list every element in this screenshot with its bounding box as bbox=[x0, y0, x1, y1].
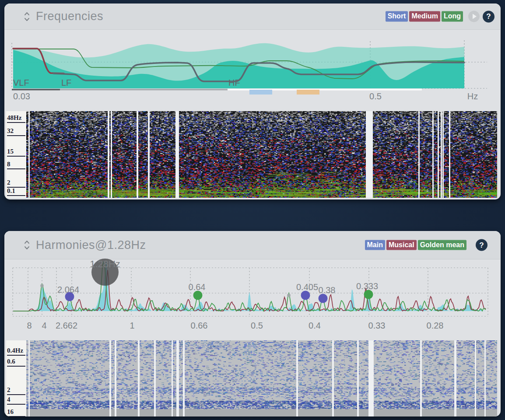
minor-peak-dot[interactable] bbox=[287, 294, 291, 297]
peak-label-0405: 0.405 bbox=[296, 282, 318, 292]
y-label-4: 4 bbox=[7, 396, 25, 405]
x-tick-mid: 0.5 bbox=[369, 91, 382, 101]
badge-golden-mean[interactable]: Golden mean bbox=[418, 240, 466, 250]
harmonies-x-ticks: 8 4 2.662 1 0.66 0.5 0.4 0.33 0.28 bbox=[27, 321, 443, 330]
y-label-0p1: 0.1 bbox=[7, 187, 25, 196]
y-label-0p4hz: 0.4Hz bbox=[7, 347, 25, 356]
x-tick: 0.28 bbox=[427, 321, 444, 330]
x-tick-start: 0.03 bbox=[13, 91, 30, 101]
help-button[interactable]: ? bbox=[483, 10, 494, 22]
y-label-0p6: 0.6 bbox=[7, 358, 25, 367]
x-tick: 2.662 bbox=[56, 321, 77, 330]
page-title: Harmonies@1.28Hz bbox=[36, 238, 146, 252]
play-icon bbox=[473, 14, 477, 19]
collapse-button[interactable] bbox=[24, 239, 30, 251]
badge-medium[interactable]: Medium bbox=[409, 11, 440, 21]
y-label-2: 2 bbox=[7, 386, 25, 395]
x-tick: 1 bbox=[130, 321, 134, 330]
y-label-8: 8 bbox=[7, 161, 25, 169]
badge-long[interactable]: Long bbox=[442, 11, 463, 21]
page-title: Frequencies bbox=[36, 10, 103, 23]
harmonies-header: Harmonies@1.28Hz Main Musical Golden mea… bbox=[4, 231, 501, 259]
x-tick: 8 bbox=[27, 321, 32, 330]
legend: Main Musical Golden mean ? bbox=[365, 239, 488, 251]
y-label-16: 16 bbox=[7, 408, 25, 416]
y-label-15: 15 bbox=[7, 148, 25, 157]
x-tick: 0.5 bbox=[251, 321, 263, 330]
peak-label-0333: 0.333 bbox=[356, 281, 378, 291]
harmonies-chart: 1.28Hz 2.064 0.64 0.405 0.38 0.333 8 4 2… bbox=[4, 260, 501, 337]
y-label-2: 2 bbox=[7, 179, 25, 188]
panel-frequencies: Frequencies Short Medium Long ? bbox=[4, 4, 501, 200]
lf-axis-bar bbox=[60, 89, 228, 91]
x-axis-unit: Hz bbox=[467, 91, 478, 101]
harmonies-markers: 1.28Hz 2.064 0.64 0.405 0.38 0.333 bbox=[40, 259, 378, 303]
badge-musical[interactable]: Musical bbox=[386, 240, 417, 250]
x-tick: 0.4 bbox=[309, 321, 321, 330]
panel-harmonies: Harmonies@1.28Hz Main Musical Golden mea… bbox=[4, 231, 501, 416]
play-button[interactable] bbox=[468, 11, 480, 22]
chevron-updown-icon bbox=[24, 10, 30, 23]
legend: Short Medium Long ? bbox=[386, 10, 494, 22]
peak-label-064: 0.64 bbox=[189, 282, 206, 292]
marker-dot-0333[interactable] bbox=[364, 290, 373, 299]
band-label-lf: LF bbox=[61, 78, 71, 88]
badge-main[interactable]: Main bbox=[365, 240, 385, 250]
marker-dot-0405[interactable] bbox=[301, 291, 310, 300]
peak-label-038: 0.38 bbox=[319, 285, 336, 295]
spectrogram-y-axis: 0.4Hz 0.6 2 4 16 bbox=[6, 340, 26, 416]
x-tick: 0.33 bbox=[368, 321, 386, 330]
frequencies-chart: VLF LF HF 0.03 0.5 Hz bbox=[4, 35, 501, 111]
frequencies-header: Frequencies Short Medium Long ? bbox=[4, 4, 501, 30]
band-label-vlf: VLF bbox=[13, 78, 29, 88]
badge-short[interactable]: Short bbox=[386, 11, 408, 21]
marker-dot-064[interactable] bbox=[193, 291, 203, 300]
frequencies-spectrogram: 48Hz 32 15 8 2 0.1 bbox=[4, 111, 501, 198]
band-marker-orange[interactable] bbox=[297, 90, 319, 94]
chevron-updown-icon bbox=[24, 239, 30, 251]
help-button[interactable]: ? bbox=[476, 239, 487, 251]
band-marker-blue[interactable] bbox=[249, 90, 272, 94]
peak-label-2064: 2.064 bbox=[57, 285, 79, 294]
vlf-axis-bar bbox=[12, 89, 60, 91]
y-label-32: 32 bbox=[7, 127, 25, 136]
spectrogram-canvas bbox=[26, 340, 497, 416]
collapse-button[interactable] bbox=[24, 10, 30, 23]
harmonies-spectrogram: 0.4Hz 0.6 2 4 16 bbox=[4, 340, 501, 416]
band-label-hf: HF bbox=[228, 78, 240, 88]
y-label-48hz: 48Hz bbox=[7, 114, 25, 123]
selected-peak-label: 1.28Hz bbox=[90, 259, 120, 270]
marker-dot-038[interactable] bbox=[319, 294, 328, 303]
x-tick: 4 bbox=[42, 321, 46, 330]
x-tick: 0.66 bbox=[191, 321, 208, 330]
spectrogram-canvas bbox=[26, 111, 497, 198]
minor-peak-dot[interactable] bbox=[40, 284, 44, 287]
spectrogram-y-axis: 48Hz 32 15 8 2 0.1 bbox=[6, 111, 26, 198]
